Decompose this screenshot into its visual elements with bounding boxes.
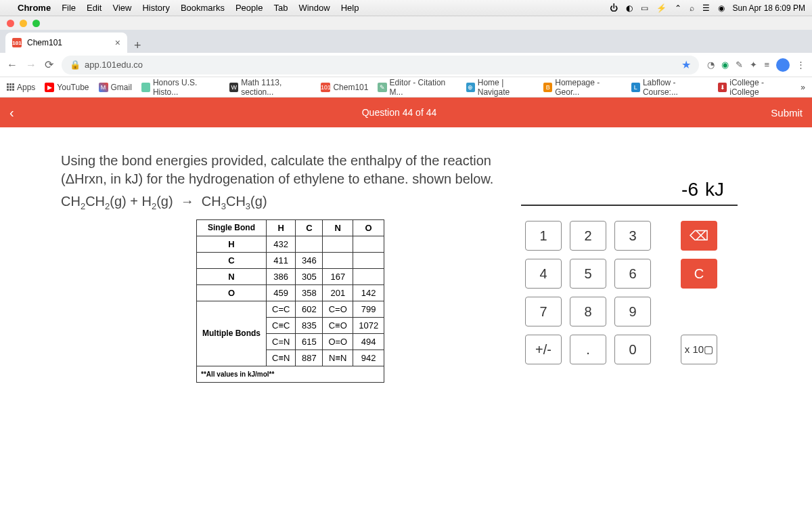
- back-button[interactable]: ←: [7, 59, 18, 71]
- ext-icon[interactable]: ◔: [707, 60, 715, 70]
- bookmark-chem101[interactable]: 101Chem101: [321, 83, 368, 92]
- submit-button[interactable]: Submit: [771, 107, 803, 119]
- key-9[interactable]: 9: [614, 297, 651, 326]
- battery-icon: ▭: [641, 3, 648, 13]
- tab-title: Chem101: [27, 38, 62, 47]
- ext-icon[interactable]: ◉: [721, 60, 729, 70]
- browser-toolbar: ← → ⟳ 🔒 app.101edu.co ★ ◔ ◉ ✎ ✦ ≡ ⋮: [0, 53, 812, 77]
- forward-button[interactable]: →: [26, 59, 37, 71]
- bookmark-gmail[interactable]: MGmail: [99, 83, 132, 92]
- close-tab-icon[interactable]: ×: [115, 37, 120, 48]
- new-tab-button[interactable]: +: [127, 39, 148, 53]
- reload-button[interactable]: ⟳: [45, 58, 53, 71]
- app-name[interactable]: Chrome: [18, 3, 51, 13]
- key-backspace[interactable]: ⌫: [681, 221, 717, 251]
- site-icon: W: [229, 83, 238, 92]
- answer-value: -6: [681, 179, 698, 200]
- lock-icon: 🔒: [70, 60, 81, 70]
- search-icon[interactable]: ⌕: [690, 3, 694, 13]
- answer-display: -6 kJ: [521, 165, 738, 206]
- bookmark-apps[interactable]: Apps: [7, 83, 35, 92]
- browser-tab[interactable]: 101 Chem101 ×: [5, 33, 127, 53]
- bookmark-honors[interactable]: Honors U.S. Histo...: [141, 78, 220, 97]
- browser-tab-bar: 101 Chem101 × +: [0, 30, 812, 53]
- extensions-icon[interactable]: ✦: [750, 60, 757, 70]
- menu-file[interactable]: File: [62, 3, 76, 13]
- site-icon: B: [543, 83, 552, 92]
- key-2[interactable]: 2: [570, 221, 606, 251]
- bookmark-star-icon[interactable]: ★: [681, 58, 691, 71]
- backspace-icon: ⌫: [690, 228, 708, 244]
- profile-avatar[interactable]: [776, 58, 790, 72]
- bookmark-overflow[interactable]: »: [800, 83, 805, 92]
- bookmarks-bar: Apps ▶YouTube MGmail Honors U.S. Histo..…: [0, 77, 812, 98]
- multiple-bonds-label: Multiple Bonds: [197, 301, 267, 366]
- status-icon: ◐: [626, 3, 633, 13]
- keypad: 1 2 3 ⌫ 4 5 6 C 7 8 9 +/- . 0 x 10▢: [521, 221, 738, 364]
- back-icon[interactable]: ‹: [9, 105, 14, 121]
- key-5[interactable]: 5: [570, 259, 606, 289]
- reading-list-icon[interactable]: ≡: [764, 60, 769, 70]
- bookmark-home[interactable]: ⊕Home | Navigate: [466, 78, 534, 97]
- bookmark-math[interactable]: WMath 1113, section...: [229, 78, 311, 97]
- gmail-icon: M: [99, 83, 108, 92]
- menu-tab[interactable]: Tab: [273, 3, 288, 13]
- macos-menubar: Chrome File Edit View History Bookmarks …: [0, 0, 812, 16]
- site-icon: L: [631, 83, 640, 92]
- bluetooth-icon: ⚡: [656, 3, 667, 13]
- control-center-icon[interactable]: ☰: [702, 3, 710, 13]
- bookmark-youtube[interactable]: ▶YouTube: [45, 83, 89, 92]
- single-bond-label: Single Bond: [197, 220, 267, 236]
- apps-icon: [7, 83, 14, 91]
- reaction-formula: CH2CH2(g) + H2(g) → CH3CH3(g): [61, 194, 494, 211]
- key-exponent[interactable]: x 10▢: [681, 335, 717, 364]
- minimize-window[interactable]: [20, 20, 27, 27]
- globe-icon: ⊕: [466, 83, 475, 92]
- key-dot[interactable]: .: [570, 335, 606, 364]
- question-panel: Using the bond energies provided, calcul…: [61, 152, 494, 383]
- folder-icon: [141, 83, 150, 92]
- address-bar[interactable]: 🔒 app.101edu.co ★: [62, 56, 699, 75]
- youtube-icon: ▶: [45, 83, 54, 92]
- key-clear[interactable]: C: [681, 259, 717, 289]
- chem101-icon: 101: [321, 83, 330, 92]
- ext-icon[interactable]: ✎: [736, 60, 743, 70]
- question-header: ‹ Question 44 of 44 Submit: [0, 98, 812, 127]
- key-3[interactable]: 3: [614, 221, 651, 251]
- question-number: Question 44 of 44: [362, 107, 437, 118]
- siri-icon[interactable]: ◉: [718, 3, 725, 13]
- menu-help[interactable]: Help: [341, 3, 359, 13]
- key-0[interactable]: 0: [614, 335, 651, 364]
- menu-edit[interactable]: Edit: [87, 3, 102, 13]
- key-8[interactable]: 8: [570, 297, 606, 326]
- key-1[interactable]: 1: [525, 221, 562, 251]
- bookmark-homepage[interactable]: BHomepage - Geor...: [543, 78, 622, 97]
- clock[interactable]: Sun Apr 18 6:09 PM: [733, 3, 805, 13]
- menu-bookmarks[interactable]: Bookmarks: [181, 3, 225, 13]
- key-plusminus[interactable]: +/-: [525, 335, 562, 364]
- bookmark-labflow[interactable]: LLabflow - Course:...: [631, 78, 708, 97]
- answer-unit: kJ: [705, 179, 724, 200]
- key-7[interactable]: 7: [525, 297, 562, 326]
- key-6[interactable]: 6: [614, 259, 651, 289]
- menu-view[interactable]: View: [112, 3, 131, 13]
- url-text: app.101edu.co: [85, 60, 143, 70]
- bond-energy-table: Single BondHCNO H432 C411346 N386305167 …: [196, 219, 384, 383]
- table-note: **All values in kJ/mol**: [197, 366, 384, 383]
- bookmark-icollege[interactable]: ⬇iCollege - iCollege: [718, 78, 791, 97]
- bookmark-citation[interactable]: ✎Editor - Citation M...: [378, 78, 456, 97]
- menu-history[interactable]: History: [142, 3, 169, 13]
- site-icon: ⬇: [718, 83, 727, 92]
- window-controls: [0, 16, 812, 30]
- close-window[interactable]: [7, 20, 14, 27]
- more-icon[interactable]: ⋮: [796, 60, 805, 70]
- key-4[interactable]: 4: [525, 259, 562, 289]
- maximize-window[interactable]: [32, 20, 40, 27]
- site-icon: ✎: [378, 83, 386, 92]
- wifi-icon: ⌃: [675, 3, 681, 13]
- question-text: Using the bond energies provided, calcul…: [61, 152, 494, 188]
- status-icon: ⏻: [610, 3, 618, 13]
- menu-window[interactable]: Window: [298, 3, 330, 13]
- menu-people[interactable]: People: [235, 3, 263, 13]
- answer-panel: -6 kJ 1 2 3 ⌫ 4 5 6 C 7 8 9 +/- . 0 x 10…: [521, 152, 738, 383]
